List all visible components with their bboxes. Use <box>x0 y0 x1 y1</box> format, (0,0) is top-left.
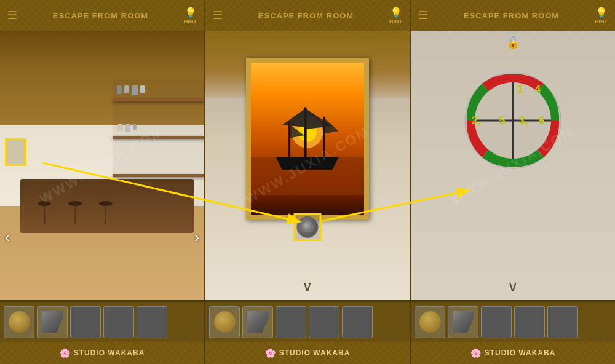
numbers-overlay: 1 4 2, 5 3, 6 <box>464 71 562 170</box>
panel-3-down-btn[interactable]: ∨ <box>507 278 518 295</box>
lightbulb-icon-2: 💡 <box>390 7 402 18</box>
inv-slot-1-5[interactable] <box>137 306 167 338</box>
shelf-2 <box>113 136 204 139</box>
inv-item-coin-3 <box>419 311 441 333</box>
bar-stool-3 <box>98 201 113 224</box>
shelf-1 <box>113 98 204 101</box>
panel-1-title: ESCAPE FROM ROOM <box>17 11 184 20</box>
hint-btn-2[interactable]: 💡 HINT <box>389 7 402 25</box>
panel-3-header: ☰ ESCAPE FROM ROOM 💡 HINT <box>411 0 615 31</box>
shelf-3 <box>113 174 204 177</box>
puzzle-scene: 🔓 <box>411 31 615 300</box>
footer-flower-2: 🌸 <box>265 348 276 358</box>
puzzle-num-2: 2, <box>472 114 481 127</box>
inv-panel-2 <box>205 302 411 342</box>
inv-slot-2-1[interactable] <box>209 306 240 338</box>
panel-2: ☰ ESCAPE FROM ROOM 💡 HINT <box>205 0 411 300</box>
footer-text-1: STUDIO WAKABA <box>74 349 145 357</box>
menu-icon-3[interactable]: ☰ <box>418 9 428 22</box>
puzzle-num-4: 4 <box>534 83 541 96</box>
inv-slot-2-2[interactable] <box>242 306 273 338</box>
hint-label-1: HINT <box>184 18 197 25</box>
inv-item-coin-1 <box>9 311 30 333</box>
svg-marker-9 <box>324 118 338 133</box>
inv-item-corner-1 <box>42 311 63 333</box>
highlight-box-left[interactable] <box>5 138 26 166</box>
panel-2-game: ∨ WWW.JUXIA.COM <box>205 31 410 300</box>
inv-item-corner-2 <box>247 311 269 333</box>
highlight-box-middle[interactable] <box>294 213 322 241</box>
footer-flower-1: 🌸 <box>60 348 70 358</box>
inv-slot-1-2[interactable] <box>37 306 68 338</box>
footer-panel-2: 🌸 STUDIO WAKABA <box>205 342 411 364</box>
panel-3: ☰ ESCAPE FROM ROOM 💡 HINT 🔓 <box>411 0 615 300</box>
hint-label-3: HINT <box>595 18 608 25</box>
inv-item-corner-3 <box>453 311 474 333</box>
footer-panel-3: 🌸 STUDIO WAKABA <box>411 342 615 364</box>
inv-slot-3-1[interactable] <box>415 306 445 338</box>
painting-inner <box>251 63 363 215</box>
shelf-items-1 <box>117 85 145 95</box>
panel-2-title: ESCAPE FROM ROOM <box>223 11 389 20</box>
number-wheel[interactable]: 1 4 2, 5 3, 6 <box>464 71 562 170</box>
puzzle-num-5: 5 <box>499 114 506 127</box>
panel-2-down-btn[interactable]: ∨ <box>302 278 313 295</box>
lightbulb-icon-1: 💡 <box>184 7 197 18</box>
inv-panel-3 <box>411 302 615 342</box>
nav-left-btn[interactable]: ‹ <box>5 229 10 246</box>
panel-3-title: ESCAPE FROM ROOM <box>428 11 595 20</box>
svg-marker-8 <box>282 108 306 127</box>
panels-container: ☰ ESCAPE FROM ROOM 💡 HINT <box>0 0 615 300</box>
svg-marker-3 <box>276 157 339 170</box>
hint-label-2: HINT <box>389 18 402 25</box>
inv-item-coin-2 <box>214 311 236 333</box>
dial-button[interactable] <box>297 216 319 238</box>
footer-text-3: STUDIO WAKABA <box>485 349 556 357</box>
menu-icon-2[interactable]: ☰ <box>213 9 223 22</box>
inventory-bar <box>0 300 615 342</box>
app-container: ☰ ESCAPE FROM ROOM 💡 HINT <box>0 0 615 364</box>
hint-btn-3[interactable]: 💡 HINT <box>595 7 608 25</box>
lock-icon[interactable]: 🔓 <box>506 36 520 49</box>
inv-slot-3-3[interactable] <box>481 306 512 338</box>
nav-right-btn[interactable]: › <box>194 229 199 246</box>
inv-slot-1-1[interactable] <box>4 306 34 338</box>
inv-slot-1-3[interactable] <box>70 306 101 338</box>
bar-stool-1 <box>37 201 52 224</box>
footer-bar: 🌸 STUDIO WAKABA 🌸 STUDIO WAKABA 🌸 STUDIO… <box>0 342 615 364</box>
inv-slot-3-4[interactable] <box>514 306 545 338</box>
kitchen-scene: ‹ › WWW.JUXIA.COM <box>0 31 204 300</box>
panel-3-game: 🔓 <box>411 31 615 300</box>
inv-panel-1 <box>0 302 205 342</box>
panel-1-game: ‹ › WWW.JUXIA.COM <box>0 31 204 300</box>
puzzle-num-3: 3, <box>519 114 528 127</box>
panel-2-header: ☰ ESCAPE FROM ROOM 💡 HINT <box>205 0 410 31</box>
inv-slot-1-4[interactable] <box>103 306 134 338</box>
inv-slot-2-4[interactable] <box>309 306 339 338</box>
painting-frame[interactable] <box>246 58 368 220</box>
shelf-items-2 <box>117 124 137 132</box>
painting-scene: ∨ WWW.JUXIA.COM <box>205 31 410 300</box>
ship-svg <box>251 63 363 215</box>
footer-panel-1: 🌸 STUDIO WAKABA <box>0 342 205 364</box>
inv-slot-3-2[interactable] <box>448 306 478 338</box>
footer-flower-3: 🌸 <box>470 348 481 358</box>
hint-btn-1[interactable]: 💡 HINT <box>184 7 197 25</box>
inv-slot-2-3[interactable] <box>276 306 306 338</box>
lightbulb-icon-3: 💡 <box>595 7 608 18</box>
panel-1-header: ☰ ESCAPE FROM ROOM 💡 HINT <box>0 0 204 31</box>
footer-text-2: STUDIO WAKABA <box>279 349 351 357</box>
menu-icon-1[interactable]: ☰ <box>7 9 17 22</box>
bar-stool-2 <box>68 201 83 224</box>
puzzle-num-6: 6 <box>539 114 545 127</box>
inv-slot-2-5[interactable] <box>342 306 373 338</box>
inv-slot-3-5[interactable] <box>547 306 578 338</box>
panel-1: ☰ ESCAPE FROM ROOM 💡 HINT <box>0 0 205 300</box>
dial-inner <box>302 221 313 232</box>
puzzle-num-1: 1 <box>517 83 523 96</box>
